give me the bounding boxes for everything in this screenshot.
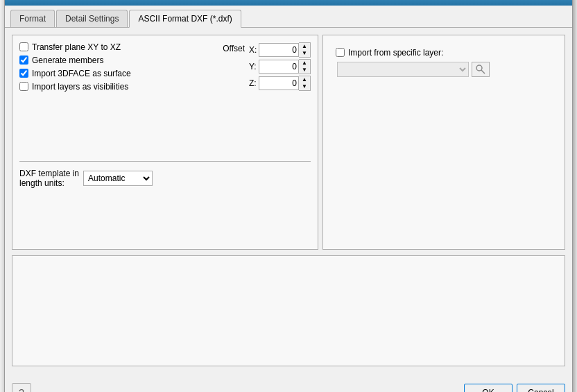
dxf-template-label: DXF template in length units: bbox=[19, 169, 79, 188]
panels-row: Transfer plane XY to XZ Generate members… bbox=[12, 35, 565, 250]
offset-x-spinner: 0 ▲ ▼ bbox=[259, 42, 311, 58]
right-panel: Import from specific layer: bbox=[322, 35, 565, 250]
offset-y-input[interactable]: 0 bbox=[259, 60, 299, 74]
offset-x-input[interactable]: 0 bbox=[259, 43, 299, 57]
divider bbox=[19, 161, 311, 162]
bottom-panel bbox=[12, 255, 565, 366]
left-panel: Transfer plane XY to XZ Generate members… bbox=[12, 35, 318, 250]
dxf-template-dropdown[interactable]: Automatic Millimeters Centimeters Meters… bbox=[83, 171, 153, 186]
title-bar-buttons: ✕ bbox=[553, 0, 565, 1]
ok-button[interactable]: OK bbox=[464, 384, 513, 393]
offset-y-spinner-btns: ▲ ▼ bbox=[299, 59, 311, 74]
offset-x-up-btn[interactable]: ▲ bbox=[299, 43, 310, 50]
offset-row-z: Z: 0 ▲ ▼ bbox=[249, 76, 311, 91]
help-icon: ? bbox=[19, 387, 24, 393]
svg-point-0 bbox=[476, 65, 482, 71]
label-import-3dface: Import 3DFACE as surface bbox=[32, 69, 131, 78]
close-button[interactable]: ✕ bbox=[553, 0, 565, 1]
cancel-button[interactable]: Cancel bbox=[517, 384, 565, 393]
offset-row-x: X: 0 ▲ ▼ bbox=[249, 42, 311, 58]
offset-y-label: Y: bbox=[249, 62, 256, 71]
offset-y-up-btn[interactable]: ▲ bbox=[299, 60, 310, 67]
import-dialog: Import ✕ Format Detail Settings ASCII Fo… bbox=[4, 0, 573, 392]
label-transfer-plane: Transfer plane XY to XZ bbox=[32, 42, 121, 52]
label-generate-members: Generate members bbox=[32, 56, 103, 65]
offset-x-spinner-btns: ▲ ▼ bbox=[299, 42, 311, 58]
offset-z-up-btn[interactable]: ▲ bbox=[299, 76, 310, 83]
tabs-bar: Format Detail Settings ASCII Format DXF … bbox=[5, 6, 572, 28]
offset-fields: X: 0 ▲ ▼ Y: bbox=[249, 42, 311, 91]
offset-z-spinner: 0 ▲ ▼ bbox=[259, 76, 311, 91]
label-import-layers: Import layers as visibilities bbox=[32, 82, 128, 92]
dxf-template-label-line2: length units: bbox=[19, 178, 79, 188]
offset-y-spinner: 0 ▲ ▼ bbox=[259, 59, 311, 74]
title-bar: Import ✕ bbox=[5, 0, 572, 6]
import-layer-input-row bbox=[337, 62, 552, 77]
svg-line-1 bbox=[481, 70, 485, 74]
offset-z-input[interactable]: 0 bbox=[259, 76, 299, 90]
offset-z-label: Z: bbox=[249, 78, 256, 88]
checkbox-import-layers[interactable] bbox=[19, 82, 28, 91]
offset-z-spinner-btns: ▲ ▼ bbox=[299, 76, 311, 91]
browse-icon bbox=[476, 65, 485, 74]
tab-detail-settings[interactable]: Detail Settings bbox=[56, 10, 128, 27]
checkbox-import-specific-layer[interactable] bbox=[336, 48, 345, 57]
left-panel-inner: Transfer plane XY to XZ Generate members… bbox=[19, 42, 311, 188]
help-button[interactable]: ? bbox=[12, 383, 31, 393]
checkbox-generate-members[interactable] bbox=[19, 56, 28, 65]
checkbox-transfer-plane[interactable] bbox=[19, 42, 28, 51]
dxf-template-label-line1: DXF template in bbox=[19, 169, 79, 178]
layer-select-dropdown[interactable] bbox=[337, 62, 469, 77]
offset-y-down-btn[interactable]: ▼ bbox=[299, 67, 310, 74]
offset-group: Offset X: 0 ▲ ▼ bbox=[223, 42, 311, 91]
import-layer-checkbox-row: Import from specific layer: bbox=[336, 48, 552, 58]
footer: ? OK Cancel bbox=[5, 379, 572, 393]
dxf-template-section: DXF template in length units: Automatic … bbox=[19, 169, 311, 188]
content-area: Transfer plane XY to XZ Generate members… bbox=[5, 28, 572, 379]
offset-x-label: X: bbox=[249, 45, 256, 55]
footer-buttons: OK Cancel bbox=[464, 384, 565, 393]
layer-browse-button[interactable] bbox=[472, 62, 490, 77]
offset-x-down-btn[interactable]: ▼ bbox=[299, 50, 310, 57]
tab-ascii-format-dxf[interactable]: ASCII Format DXF (*.dxf) bbox=[129, 10, 241, 28]
dxf-dropdown-row: DXF template in length units: Automatic … bbox=[19, 169, 311, 188]
tab-format[interactable]: Format bbox=[10, 10, 55, 27]
import-layer-section: Import from specific layer: bbox=[330, 42, 558, 83]
checkbox-import-3dface[interactable] bbox=[19, 69, 28, 78]
offset-label: Offset bbox=[223, 44, 245, 53]
offset-row-y: Y: 0 ▲ ▼ bbox=[249, 59, 311, 74]
offset-z-down-btn[interactable]: ▼ bbox=[299, 83, 310, 90]
label-import-specific-layer: Import from specific layer: bbox=[348, 48, 443, 58]
